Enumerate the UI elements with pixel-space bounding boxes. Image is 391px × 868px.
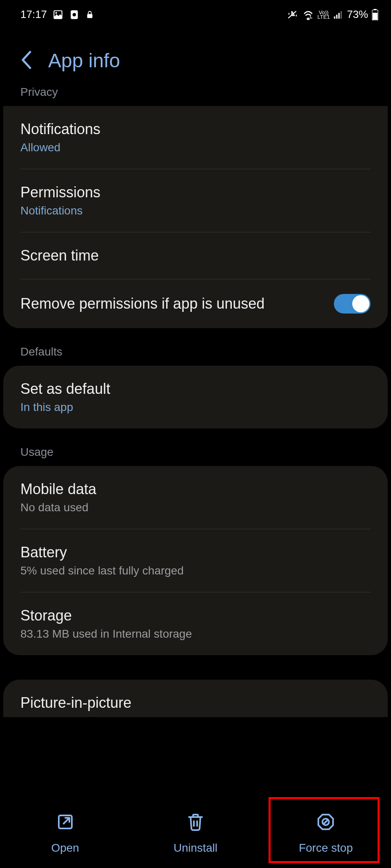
page-title: App info xyxy=(48,49,120,72)
vibrate-icon xyxy=(287,9,299,20)
pip-row[interactable]: Picture-in-picture xyxy=(3,680,388,717)
remove-permissions-row[interactable]: Remove permissions if app is unused xyxy=(3,279,388,328)
stop-icon xyxy=(316,812,335,833)
battery-subtitle: 5% used since last fully charged xyxy=(20,564,371,577)
battery-icon xyxy=(371,9,379,20)
svg-rect-8 xyxy=(340,11,342,18)
header: App info xyxy=(0,29,391,84)
storage-row[interactable]: Storage 83.13 MB used in Internal storag… xyxy=(3,592,388,655)
status-bar: 17:17 Vo)) LTE1 73% xyxy=(0,0,391,29)
force-stop-label: Force stop xyxy=(299,841,353,855)
svg-rect-4 xyxy=(87,14,93,18)
svg-point-3 xyxy=(73,13,76,16)
defaults-heading: Defaults xyxy=(0,340,391,366)
notifications-title: Notifications xyxy=(20,121,371,138)
uninstall-label: Uninstall xyxy=(173,841,217,855)
mobile-data-row[interactable]: Mobile data No data used xyxy=(3,466,388,529)
open-label: Open xyxy=(51,841,79,855)
volte-indicator: Vo)) LTE1 xyxy=(318,10,330,19)
svg-rect-6 xyxy=(336,15,338,19)
status-time: 17:17 xyxy=(20,8,47,21)
pip-title: Picture-in-picture xyxy=(20,694,371,711)
pip-card: Picture-in-picture xyxy=(3,680,388,717)
screentime-title: Screen time xyxy=(20,247,371,264)
uninstall-button[interactable]: Uninstall xyxy=(130,812,260,855)
status-right: Vo)) LTE1 73% xyxy=(287,8,379,21)
privacy-heading: Privacy xyxy=(0,84,391,106)
battery-title: Battery xyxy=(20,544,371,561)
lock-icon xyxy=(85,9,94,20)
usage-card: Mobile data No data used Battery 5% used… xyxy=(3,466,388,655)
screentime-row[interactable]: Screen time xyxy=(3,232,388,279)
permissions-subtitle: Notifications xyxy=(20,204,371,217)
open-icon xyxy=(56,812,75,833)
set-default-title: Set as default xyxy=(20,380,371,398)
storage-title: Storage xyxy=(20,607,371,624)
set-default-row[interactable]: Set as default In this app xyxy=(3,366,388,428)
svg-rect-5 xyxy=(334,16,335,18)
permissions-title: Permissions xyxy=(20,184,371,201)
usage-heading: Usage xyxy=(0,441,391,466)
svg-rect-7 xyxy=(338,13,340,18)
remove-permissions-title: Remove permissions if app is unused xyxy=(20,295,264,312)
set-default-subtitle: In this app xyxy=(20,401,371,414)
app-status-icon xyxy=(69,9,80,20)
permissions-row[interactable]: Permissions Notifications xyxy=(3,169,388,232)
svg-point-1 xyxy=(56,12,57,13)
force-stop-button[interactable]: Force stop xyxy=(261,812,391,855)
remove-permissions-toggle[interactable] xyxy=(334,294,371,314)
bottom-nav: Open Uninstall Force stop xyxy=(0,799,391,868)
status-left: 17:17 xyxy=(20,8,94,21)
notifications-subtitle: Allowed xyxy=(20,141,371,154)
svg-line-15 xyxy=(323,819,328,824)
storage-subtitle: 83.13 MB used in Internal storage xyxy=(20,627,371,641)
defaults-card: Set as default In this app xyxy=(3,366,388,428)
trash-icon xyxy=(186,812,205,833)
svg-rect-11 xyxy=(373,13,378,20)
notifications-row[interactable]: Notifications Allowed xyxy=(3,106,388,169)
wifi-icon xyxy=(302,9,314,20)
mobile-data-subtitle: No data used xyxy=(20,501,371,514)
toggle-knob xyxy=(352,295,369,312)
open-button[interactable]: Open xyxy=(0,812,130,855)
mobile-data-title: Mobile data xyxy=(20,481,371,498)
privacy-card: Notifications Allowed Permissions Notifi… xyxy=(3,106,388,328)
battery-percent: 73% xyxy=(347,8,368,21)
picture-icon xyxy=(53,9,63,20)
back-button[interactable] xyxy=(20,51,32,71)
signal-icon xyxy=(333,9,344,20)
battery-row[interactable]: Battery 5% used since last fully charged xyxy=(3,529,388,592)
